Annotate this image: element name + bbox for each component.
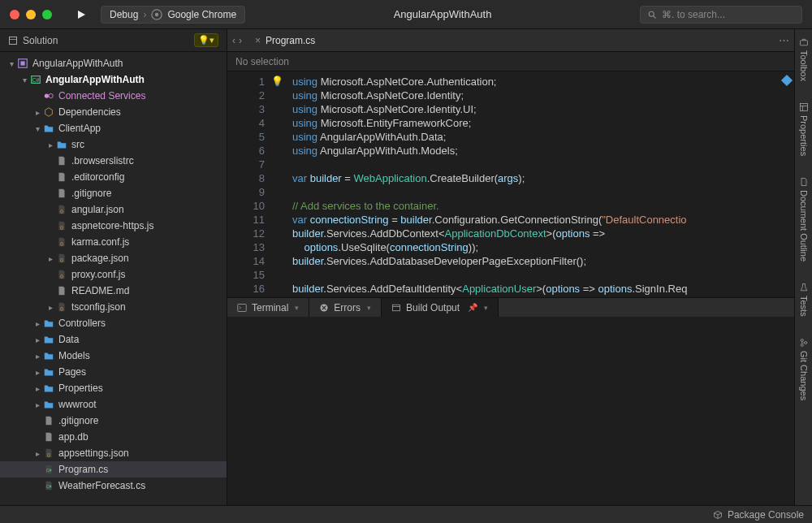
pin-icon[interactable]: 📌 [468, 303, 477, 312]
tree-item[interactable]: ▸{}package.json [0, 250, 227, 266]
hint-column: 💡 [270, 71, 284, 297]
tree-twist-icon[interactable]: ▸ [32, 108, 42, 117]
svg-rect-23 [393, 305, 400, 311]
svg-text:{}: {} [60, 257, 63, 262]
folder-icon [42, 122, 55, 135]
js-icon: {} [55, 300, 68, 313]
tree-item-label: Controllers [58, 318, 106, 329]
tree-item[interactable]: .browserslistrc [0, 153, 227, 169]
code-editor[interactable]: 12345678910111213141516171819 💡 using Mi… [227, 71, 794, 297]
svg-point-31 [804, 341, 806, 344]
tree-twist-icon[interactable]: ▸ [32, 368, 42, 377]
git-changes-tab[interactable]: Git Changes [799, 338, 809, 400]
tree-twist-icon[interactable]: ▸ [32, 352, 42, 361]
status-bar: Package Console [0, 505, 812, 523]
tree-twist-icon[interactable]: ▾ [32, 124, 42, 133]
tree-item[interactable]: ▸Controllers [0, 315, 227, 331]
tree-item[interactable]: ▸wwwroot [0, 396, 227, 413]
terminal-tab[interactable]: Terminal ▾ [227, 298, 309, 317]
tree-item[interactable]: ▸{}tsconfig.json [0, 299, 227, 315]
solution-tree[interactable]: ▾AngularAppWithAuth▾C#AngularAppWithAuth… [0, 52, 227, 505]
debug-config-label: Debug [110, 9, 138, 20]
tree-item[interactable]: C#Program.cs [0, 461, 227, 478]
tree-item[interactable]: {}proxy.conf.js [0, 266, 227, 283]
tree-twist-icon[interactable]: ▸ [32, 400, 42, 409]
svg-rect-21 [238, 304, 247, 311]
tree-item[interactable]: ▾ClientApp [0, 120, 227, 136]
tab-close-icon[interactable]: × [255, 35, 261, 46]
tests-label: Tests [799, 296, 809, 317]
cs-icon: C# [42, 463, 55, 476]
properties-label: Properties [799, 115, 809, 156]
run-button[interactable] [76, 10, 86, 19]
tree-item[interactable]: .editorconfig [0, 169, 227, 185]
conn-icon [42, 89, 55, 102]
tree-twist-icon[interactable]: ▸ [45, 303, 55, 312]
editor-more-button[interactable]: ⋯ [779, 34, 789, 46]
file-icon [55, 154, 68, 167]
svg-text:C#: C# [46, 468, 52, 473]
errors-tab[interactable]: Errors ▾ [309, 298, 382, 317]
debug-target-selector[interactable]: Debug › Google Chrome [101, 6, 245, 24]
tests-tab[interactable]: Tests [799, 283, 809, 317]
global-search[interactable]: ⌘. to search... [640, 6, 802, 24]
tree-item[interactable]: ▸Models [0, 348, 227, 364]
nav-forward-button[interactable]: › [239, 35, 242, 46]
tree-item[interactable]: {}angular.json [0, 201, 227, 218]
svg-text:{}: {} [60, 240, 63, 246]
tree-item[interactable]: {}aspnetcore-https.js [0, 218, 227, 234]
code-content[interactable]: using Microsoft.AspNetCore.Authenticatio… [284, 71, 794, 297]
window-controls [10, 10, 52, 19]
editor-area: ‹ › × Program.cs ⋯ No selection 12345678… [227, 29, 794, 505]
tree-item[interactable]: ▾AngularAppWithAuth [0, 55, 227, 71]
toolbox-label: Toolbox [799, 50, 809, 81]
svg-point-2 [649, 11, 654, 16]
tree-twist-icon[interactable]: ▸ [45, 254, 55, 263]
tree-item[interactable]: ▸Properties [0, 380, 227, 396]
close-window-icon[interactable] [10, 10, 19, 19]
document-outline-tab[interactable]: Document Outline [799, 177, 809, 262]
tree-item-label: Data [58, 334, 79, 345]
minimize-window-icon[interactable] [26, 10, 36, 19]
tree-twist-icon[interactable]: ▸ [32, 384, 42, 393]
tree-item[interactable]: Connected Services [0, 88, 227, 104]
tab-label: Program.cs [266, 35, 315, 46]
svg-text:{}: {} [60, 224, 63, 230]
build-output-tab[interactable]: Build Output 📌 ▾ [382, 298, 499, 317]
nav-back-button[interactable]: ‹ [232, 35, 235, 46]
tree-twist-icon[interactable]: ▸ [45, 140, 55, 149]
chevron-down-icon: ▾ [367, 304, 371, 312]
tree-twist-icon[interactable]: ▸ [32, 449, 42, 458]
tree-twist-icon[interactable]: ▸ [32, 335, 42, 344]
tree-item-label: appsettings.json [58, 447, 129, 459]
toolbox-tab[interactable]: Toolbox [799, 37, 809, 81]
dep-icon [42, 106, 55, 119]
tree-item[interactable]: ▸Pages [0, 364, 227, 380]
editor-tab[interactable]: × Program.cs [250, 35, 320, 46]
editor-breadcrumb[interactable]: No selection [227, 52, 794, 71]
tree-item[interactable]: .gitignore [0, 413, 227, 429]
git-icon [799, 338, 809, 348]
tree-item[interactable]: ▸src [0, 136, 227, 153]
tree-item[interactable]: .gitignore [0, 185, 227, 201]
tree-item[interactable]: ▸Dependencies [0, 104, 227, 120]
tree-item[interactable]: C#WeatherForecast.cs [0, 478, 227, 494]
tree-item[interactable]: {}karma.conf.js [0, 234, 227, 250]
tree-twist-icon[interactable]: ▸ [32, 319, 42, 328]
lightbulb-button[interactable]: 💡▾ [194, 33, 218, 47]
tree-twist-icon[interactable]: ▾ [19, 76, 29, 84]
tree-item[interactable]: ▸{}appsettings.json [0, 445, 227, 461]
svg-rect-25 [800, 41, 807, 45]
tree-item[interactable]: ▸Data [0, 331, 227, 348]
package-console-button[interactable]: Package Console [728, 509, 804, 521]
nav-history: ‹ › [232, 35, 242, 46]
tree-item[interactable]: ▾C#AngularAppWithAuth [0, 71, 227, 88]
tree-twist-icon[interactable]: ▾ [6, 59, 16, 68]
maximize-window-icon[interactable] [42, 10, 52, 19]
properties-tab[interactable]: Properties [799, 102, 809, 156]
tree-item[interactable]: README.md [0, 283, 227, 299]
tree-item-label: Models [58, 350, 90, 361]
breadcrumb-text: No selection [235, 56, 289, 67]
svg-text:C#: C# [46, 484, 52, 489]
tree-item[interactable]: app.db [0, 429, 227, 445]
